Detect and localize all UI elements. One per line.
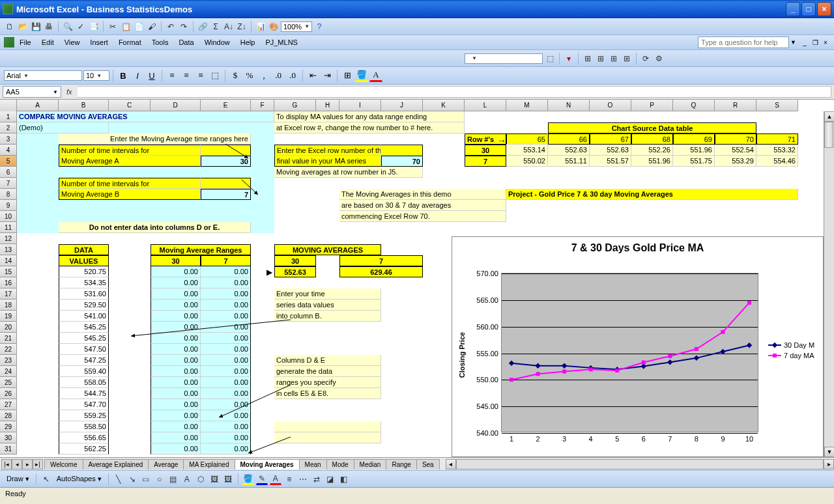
cell-E31[interactable]: 0.00: [201, 443, 251, 455]
oval-icon[interactable]: ○: [154, 473, 165, 485]
cell-P3[interactable]: 68: [631, 133, 673, 145]
cell-D13[interactable]: Moving Average Ranges: [151, 244, 251, 255]
redo-icon[interactable]: ↷: [178, 21, 190, 33]
cell-G6[interactable]: Moving averages at row number in J5.: [274, 167, 423, 178]
line-color-icon[interactable]: ✎: [256, 473, 268, 485]
cell-G5[interactable]: final value in your MA series: [274, 156, 381, 167]
cell-G30[interactable]: [274, 432, 381, 443]
decrease-decimal-button[interactable]: .0: [286, 69, 299, 82]
col-header-J[interactable]: J: [381, 100, 423, 111]
cell-B19[interactable]: 541.00: [59, 311, 109, 322]
col-header-Q[interactable]: Q: [673, 100, 715, 111]
cell-N4[interactable]: 552.63: [548, 145, 590, 156]
cell-D17[interactable]: 0.00: [151, 288, 201, 300]
sort-asc-icon[interactable]: A↓: [223, 21, 235, 33]
sort-desc-icon[interactable]: Z↓: [236, 21, 248, 33]
menu-window[interactable]: Window: [199, 36, 235, 48]
cell-B7[interactable]: Number of time intervals for: [59, 178, 201, 189]
arrow-icon[interactable]: ↘: [126, 473, 138, 485]
row-header-16[interactable]: 16: [0, 277, 17, 288]
tb-icon-1[interactable]: ⬚: [544, 53, 556, 64]
minimize-button[interactable]: _: [786, 2, 800, 16]
underline-button[interactable]: U: [145, 69, 158, 82]
diagram-icon[interactable]: ⬡: [195, 473, 207, 485]
shadow-icon[interactable]: ◪: [324, 473, 336, 485]
row-header-31[interactable]: 31: [0, 443, 17, 455]
sheet-tab-mean[interactable]: Mean: [299, 459, 327, 469]
tb-icon-2[interactable]: ▾: [563, 53, 575, 64]
vertical-scrollbar[interactable]: ▲ ▼: [824, 111, 834, 457]
cell-G23[interactable]: Columns D & E: [274, 355, 381, 366]
arrow-style-icon[interactable]: ⇄: [311, 473, 323, 485]
cell-B25[interactable]: 558.05: [59, 377, 109, 388]
app-menu-icon[interactable]: [4, 37, 14, 48]
line-icon[interactable]: ╲: [113, 473, 124, 485]
copy-icon[interactable]: 📋: [120, 21, 132, 33]
row-header-14[interactable]: 14: [0, 255, 17, 266]
doc-restore-button[interactable]: ❐: [811, 38, 820, 47]
cell-D28[interactable]: 0.00: [151, 410, 201, 421]
row-header-30[interactable]: 30: [0, 432, 17, 443]
cell-B21[interactable]: 545.25: [59, 333, 109, 344]
row-header-25[interactable]: 25: [0, 377, 17, 388]
col-header-L[interactable]: L: [465, 100, 506, 111]
cell-B24[interactable]: 559.40: [59, 366, 109, 377]
cell-E28[interactable]: 0.00: [201, 410, 251, 421]
menu-tools[interactable]: Tools: [147, 36, 174, 48]
select-objects-icon[interactable]: ↖: [40, 473, 52, 485]
cell-N3[interactable]: 66: [548, 133, 590, 145]
cell-B4[interactable]: Number of time intervals for: [59, 145, 201, 156]
doc-close-button[interactable]: ×: [821, 38, 830, 47]
cell-B16[interactable]: 534.35: [59, 277, 109, 288]
cell-D14[interactable]: 30: [151, 255, 201, 266]
col-header-F[interactable]: F: [251, 100, 274, 111]
maximize-button[interactable]: □: [801, 2, 816, 16]
cell-B18[interactable]: 529.50: [59, 300, 109, 311]
cell-D26[interactable]: 0.00: [151, 388, 201, 399]
align-center-button[interactable]: ≡: [180, 69, 193, 82]
tb-icon-3[interactable]: ⊞: [582, 53, 594, 64]
sheet-tab-average[interactable]: Average: [148, 459, 184, 469]
cell-N5[interactable]: 551.11: [548, 156, 590, 167]
scroll-up-button[interactable]: ▲: [824, 111, 834, 122]
scroll-down-button[interactable]: ▼: [824, 447, 834, 457]
cell-I8[interactable]: The Moving Averages in this demo: [339, 189, 506, 200]
row-header-2[interactable]: 2: [0, 122, 17, 133]
tab-first-button[interactable]: |◂: [1, 459, 12, 469]
tb-icon-6[interactable]: ⊞: [621, 53, 633, 64]
help-icon[interactable]: ?: [313, 21, 325, 33]
menu-view[interactable]: View: [59, 36, 85, 48]
cell-E7[interactable]: [201, 178, 251, 189]
cell-E19[interactable]: 0.00: [201, 311, 251, 322]
row-header-19[interactable]: 19: [0, 311, 17, 322]
col-header-P[interactable]: P: [631, 100, 673, 111]
select-all-corner[interactable]: [0, 100, 17, 111]
row-header-21[interactable]: 21: [0, 333, 17, 344]
3d-icon[interactable]: ◧: [338, 473, 350, 485]
autoshapes-menu[interactable]: AutoShapes ▾: [54, 473, 104, 484]
drawing-icon[interactable]: 🎨: [268, 21, 280, 33]
cell-D18[interactable]: 0.00: [151, 300, 201, 311]
cell-E18[interactable]: 0.00: [201, 300, 251, 311]
align-right-button[interactable]: ≡: [194, 69, 207, 82]
cell-R5[interactable]: 553.29: [715, 156, 756, 167]
fill-color-draw-icon[interactable]: 🪣: [242, 473, 254, 485]
merge-button[interactable]: ⬚: [208, 69, 222, 82]
tb-icon-7[interactable]: ⟳: [640, 53, 652, 64]
sheet-tab-mode[interactable]: Mode: [326, 459, 354, 469]
increase-indent-button[interactable]: ⇥: [321, 69, 334, 82]
cell-I10[interactable]: commencing Excel Row 70.: [339, 211, 506, 222]
increase-decimal-button[interactable]: .0: [272, 69, 285, 82]
cell-L5[interactable]: 7: [465, 156, 506, 167]
cell-B31[interactable]: 562.25: [59, 443, 109, 455]
cell-D20[interactable]: 0.00: [151, 322, 201, 333]
row-header-29[interactable]: 29: [0, 421, 17, 432]
cell-R4[interactable]: 552.54: [715, 145, 756, 156]
font-size-dropdown[interactable]: 10▼: [83, 70, 109, 81]
row-header-8[interactable]: 8: [0, 189, 17, 200]
col-header-B[interactable]: B: [59, 100, 109, 111]
row-header-9[interactable]: 9: [0, 200, 17, 211]
cell-S3[interactable]: 71: [756, 133, 798, 145]
fx-icon[interactable]: fx: [66, 88, 72, 96]
row-header-28[interactable]: 28: [0, 410, 17, 421]
